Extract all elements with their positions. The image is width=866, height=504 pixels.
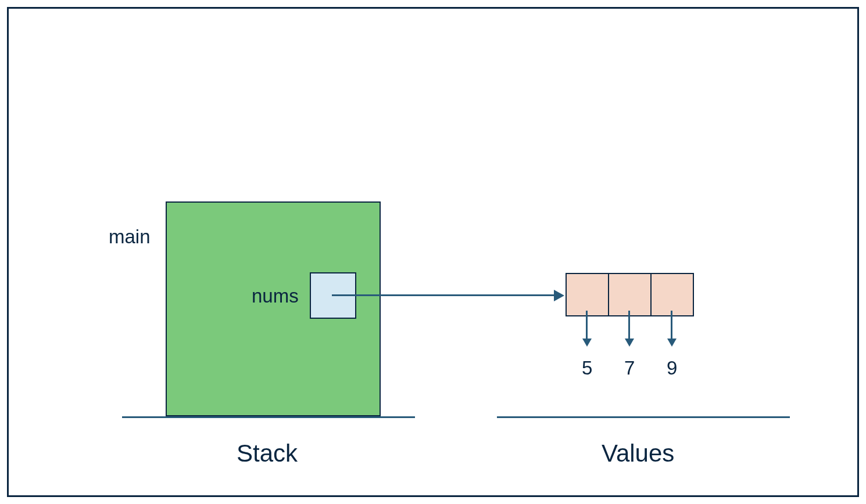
stack-frame-label: main — [109, 226, 151, 248]
values-region-label: Values — [602, 440, 674, 467]
cell-arrow-head-icon — [625, 339, 634, 347]
stack-region-label: Stack — [237, 440, 298, 467]
cell-arrow-icon — [586, 311, 588, 339]
array-value: 9 — [667, 357, 677, 379]
array-cell — [608, 273, 652, 316]
array-container — [566, 273, 694, 316]
array-cell — [566, 273, 609, 316]
pointer-arrow-head-icon — [554, 290, 564, 301]
variable-label: nums — [252, 285, 299, 307]
cell-arrow-head-icon — [582, 339, 592, 347]
array-value: 7 — [624, 357, 635, 379]
cell-arrow-icon — [671, 311, 672, 339]
array-cell — [650, 273, 694, 316]
pointer-arrow-icon — [332, 294, 554, 296]
cell-arrow-head-icon — [667, 339, 677, 347]
cell-arrow-icon — [628, 311, 630, 339]
diagram-frame: main nums 5 7 9 Stack Values — [7, 7, 859, 497]
stack-baseline — [122, 416, 415, 418]
values-baseline — [497, 416, 790, 418]
array-value: 5 — [582, 357, 592, 379]
